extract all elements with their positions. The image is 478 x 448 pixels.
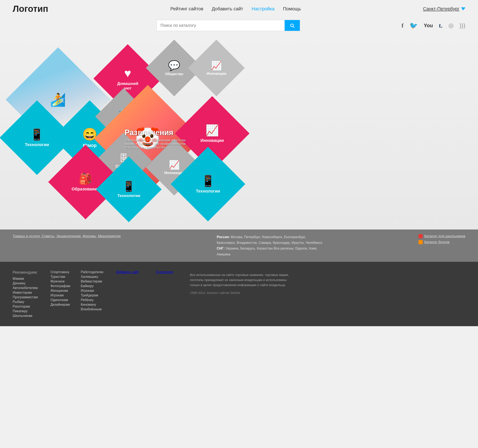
recommend-links: Мамам Дачнику Автолюбителям Инвесторам П… — [13, 277, 38, 318]
heart-icon: ♥ — [124, 67, 131, 80]
recommend-dacha[interactable]: Дачнику — [13, 281, 38, 285]
search-form — [157, 20, 300, 31]
footer-description: Все использованные на сайте торговые наз… — [190, 272, 296, 288]
footer-description-section: Все использованные на сайте торговые наз… — [190, 270, 296, 318]
add-site-link[interactable]: Добавить сайт — [116, 270, 139, 274]
sng-cities: Украина, Беларусь, Казахстан — [226, 246, 273, 250]
rss-icon[interactable]: ))) — [459, 22, 465, 29]
col-biker[interactable]: Байкеру — [81, 284, 103, 288]
col-women[interactable]: Женщинам — [50, 289, 70, 293]
col-players[interactable]: Игрокам — [81, 289, 103, 293]
col-cinema[interactable]: Киноману — [81, 303, 103, 307]
tekhnologii-right-diamond[interactable]: 📱 Технологии — [182, 158, 234, 210]
nav-add[interactable]: Добавить сайт — [212, 6, 243, 12]
col-webmaster[interactable]: Вебмастерам — [81, 279, 103, 283]
nav-help[interactable]: Помощь — [283, 6, 301, 12]
col-child[interactable]: Ребёнку — [81, 298, 103, 302]
location-text: Санкт-Петербург — [423, 6, 459, 12]
recommend-section: Рекомендуем: Мамам Дачнику Автолюбителям… — [13, 270, 38, 318]
recommend-pickup[interactable]: Пикаперу — [13, 309, 38, 313]
catalog-links: Каталог для школьников Каталог блогов — [418, 234, 465, 246]
recommend-invest[interactable]: Инвесторам — [13, 291, 38, 295]
diamond-area: 🏄 ♥ Домашнийуют 💬 Общество 📈 Инновации — [0, 35, 478, 229]
lastfm-icon[interactable]: ◎ — [448, 22, 453, 29]
phone-icon-left: 📱 — [30, 128, 44, 141]
analytics-icon-mid: 📈 — [169, 160, 180, 170]
about-catalog-link[interactable]: О каталоге — [156, 270, 173, 274]
header: Логотип Рейтинг сайтов Добавить сайт Нас… — [0, 0, 478, 18]
col-photo[interactable]: Фотографам — [50, 284, 70, 288]
russia-cities: Москва, Петербург, Новосибирск, Екатерин… — [217, 235, 322, 245]
catalog-blogs-link[interactable]: Каталог блогов — [418, 240, 465, 244]
col-employer[interactable]: Работодателю — [81, 270, 103, 274]
phone-icon-bottom: 📱 — [122, 181, 135, 192]
regions-section: Россия: Москва, Петербург, Новосибирск, … — [217, 234, 322, 257]
recommend-realtor[interactable]: Риэлторам — [13, 305, 38, 309]
tekhnologii-bottom-diamond[interactable]: 📱 Технологии — [106, 166, 152, 213]
col-freebie[interactable]: Халявщику — [81, 275, 103, 279]
innovacii-top-diamond[interactable]: 📈 Инновации — [196, 48, 236, 88]
footer-gray-bar: Товары и услуги, Советы, Энциклопедии, Ф… — [0, 229, 478, 262]
twitter-icon[interactable]: 🐦 — [409, 22, 418, 30]
search-input[interactable] — [157, 20, 285, 31]
footer-dark-bar: Рекомендуем: Мамам Дачнику Автолюбителям… — [0, 262, 478, 326]
search-bar: f 🐦 You t. ◎ ))) — [0, 18, 478, 35]
col-gamers[interactable]: Игрокам — [50, 293, 70, 297]
search-icon — [289, 23, 295, 28]
col-traders[interactable]: Трейдерам — [81, 293, 103, 297]
footer-right: Добавить сайт О каталоге Все использован… — [116, 270, 465, 318]
catalog-school-icon — [418, 234, 423, 238]
col-tourist[interactable]: Туристам — [50, 275, 70, 279]
main-nav: Рейтинг сайтов Добавить сайт Настройка П… — [170, 6, 301, 12]
analytics-icon-pink: 📈 — [205, 124, 219, 137]
phone-icon-right: 📱 — [201, 175, 215, 188]
logo: Логотип — [13, 4, 48, 14]
analytics-icon-top: 📈 — [211, 60, 222, 71]
location-dropdown-icon — [461, 7, 465, 10]
col-sport[interactable]: Спортсмену — [50, 270, 70, 274]
catalog-school-link[interactable]: Каталог для школьников — [418, 234, 465, 238]
catalog-blogs-icon — [418, 240, 423, 244]
tumblr-icon[interactable]: t. — [439, 22, 443, 29]
chat-icon: 💬 — [168, 60, 180, 71]
recommend-mams[interactable]: Мамам — [13, 277, 38, 281]
col-men[interactable]: Мужчине — [50, 279, 70, 283]
search-button[interactable] — [285, 20, 300, 31]
recommend-prog[interactable]: Программистам — [13, 295, 38, 299]
bag-icon: 🎒 — [79, 172, 93, 185]
recommend-label: Рекомендуем: — [13, 270, 38, 275]
youtube-icon[interactable]: You — [424, 23, 433, 29]
nav-rating[interactable]: Рейтинг сайтов — [170, 6, 203, 12]
sng-label: СНГ: — [217, 246, 224, 250]
recommend-fish[interactable]: Рыбаку — [13, 300, 38, 304]
add-site-section: Добавить сайт — [116, 270, 139, 318]
social-icons: f 🐦 You t. ◎ ))) — [402, 22, 465, 30]
recommend-school[interactable]: Школьникам — [13, 314, 38, 318]
footer-col-work: Работодателю Халявщику Вебмастерам Байке… — [81, 270, 103, 318]
col-singles[interactable]: Одиночкам — [50, 298, 70, 302]
col-lovers[interactable]: Влюблённым — [81, 307, 103, 311]
footer-columns: Спортсмену Туристам Мужчине Фотографам Ж… — [50, 270, 103, 318]
about-catalog-section: О каталоге — [156, 270, 173, 318]
footer-categories-link[interactable]: Товары и услуги, Советы, Энциклопедии, Ф… — [13, 234, 120, 238]
col-designers[interactable]: Дизайнерам — [50, 303, 70, 307]
nav-settings[interactable]: Настройка — [252, 6, 275, 12]
russia-label: Россия: — [217, 235, 230, 239]
recommend-auto[interactable]: Автолюбителям — [13, 286, 38, 290]
location-button[interactable]: Санкт-Петербург — [423, 6, 465, 12]
footer-col-sports: Спортсмену Туристам Мужчине Фотографам Ж… — [50, 270, 70, 318]
facebook-icon[interactable]: f — [402, 22, 403, 29]
footer-copyright: 1998-2012, Каталог сайтов SetSite — [190, 291, 296, 295]
